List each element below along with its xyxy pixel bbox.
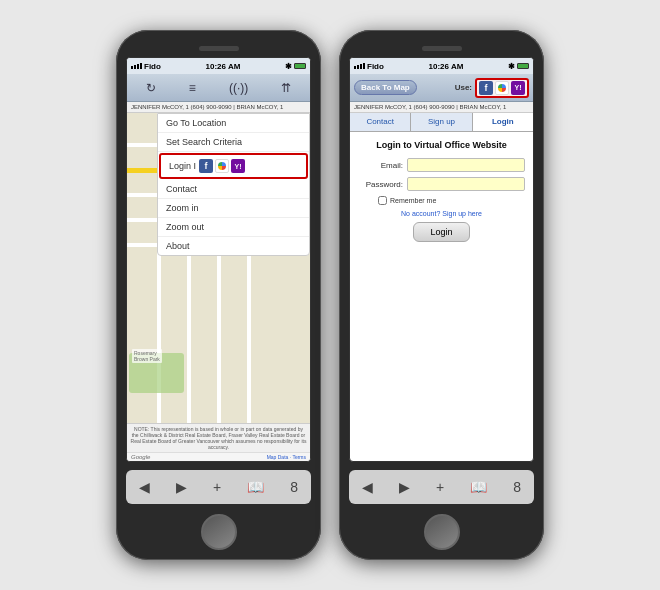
plus-btn-2[interactable]: + [436,479,444,495]
login-icons: f Y! [199,159,245,173]
menu-contact[interactable]: Contact [158,180,309,199]
forward-btn-1[interactable]: ▶ [176,479,187,495]
wifi-icon[interactable]: ((·)) [229,81,248,95]
speaker-1 [199,46,239,51]
dropdown-menu: Go To Location Set Search Criteria Login… [157,113,310,256]
speaker-2 [422,46,462,51]
bluetooth-2: ✱ [508,62,515,71]
time-2: 10:26 AM [429,62,464,71]
tab-bar-2: Contact Sign up Login [350,113,533,132]
back-btn-2[interactable]: ◀ [362,479,373,495]
tab-login[interactable]: Login [473,113,533,131]
address-bar-1: JENNIFER McCOY, 1 (604) 900-9090 | BRIAN… [127,102,310,113]
tab-signup[interactable]: Sign up [411,113,472,131]
login-form: Login to Virtual Office Website Email: P… [350,132,533,250]
use-label: Use: [455,83,472,92]
password-row: Password: [358,177,525,191]
carrier-2: Fido [367,62,384,71]
facebook-icon[interactable]: f [199,159,213,173]
time-1: 10:26 AM [206,62,241,71]
nav-bar-2: Back To Map Use: f Y! [350,74,533,102]
login-submit-btn[interactable]: Login [413,222,469,242]
google-icon-2[interactable] [495,81,509,95]
signal-bars-2 [354,63,365,69]
facebook-icon-2[interactable]: f [479,81,493,95]
password-label: Password: [358,180,403,189]
password-input[interactable] [407,177,525,191]
remember-checkbox[interactable] [378,196,387,205]
use-icons: f Y! [475,78,529,98]
google-dot-2 [498,84,506,92]
yahoo-icon-2[interactable]: Y! [511,81,525,95]
carrier-1: Fido [144,62,161,71]
battery-1 [294,63,306,69]
status-bar-1: Fido 10:26 AM ✱ [127,58,310,74]
tabs-btn-2[interactable]: 8 [513,479,521,495]
map-footer: NOTE: This representation is based in wh… [127,423,310,452]
status-left-1: Fido [131,62,161,71]
email-label: Email: [358,161,403,170]
phone-2-bottom: ◀ ▶ + 📖 8 [349,470,534,550]
back-to-map-btn[interactable]: Back To Map [354,80,417,95]
signup-link[interactable]: No account? Sign up here [358,210,525,217]
menu-login[interactable]: Login I f Y! [159,153,308,179]
google-dot [218,162,226,170]
nav-bar-1: ↻ ≡ ((·)) ⇈ [127,74,310,102]
google-label: Google [131,454,150,460]
expand-icon[interactable]: ⇈ [281,81,291,95]
book-btn-2[interactable]: 📖 [470,479,487,495]
menu-zoom-in[interactable]: Zoom in [158,199,309,218]
email-input[interactable] [407,158,525,172]
tabs-btn-1[interactable]: 8 [290,479,298,495]
book-btn-1[interactable]: 📖 [247,479,264,495]
use-section: Use: f Y! [455,78,529,98]
login-title: Login to Virtual Office Website [358,140,525,150]
phone-2-screen: Fido 10:26 AM ✱ Back To Map Use: f [349,57,534,462]
toolbar-bottom-1: ◀ ▶ + 📖 8 [126,470,311,504]
phone-1-bottom: ◀ ▶ + 📖 8 [126,470,311,550]
login-text: Login I [169,161,196,171]
scene: Fido 10:26 AM ✱ ↻ ≡ ((·)) ⇈ JENNIFER McC… [96,10,564,580]
battery-2 [517,63,529,69]
status-left-2: Fido [354,62,384,71]
bluetooth-1: ✱ [285,62,292,71]
signal-bars-1 [131,63,142,69]
status-right-2: ✱ [508,62,529,71]
refresh-icon[interactable]: ↻ [146,81,156,95]
map-data-link[interactable]: Map Data · Terms [267,454,306,460]
home-button-2[interactable] [424,514,460,550]
address-bar-2: JENNIFER McCOY, 1 (604) 900-9090 | BRIAN… [350,102,533,113]
phone-1-screen: Fido 10:26 AM ✱ ↻ ≡ ((·)) ⇈ JENNIFER McC… [126,57,311,462]
map-area-1: RosemaryBrown Park ● ● ● Go To Location … [127,113,310,423]
forward-btn-2[interactable]: ▶ [399,479,410,495]
phone-2: Fido 10:26 AM ✱ Back To Map Use: f [339,30,544,560]
phone-1: Fido 10:26 AM ✱ ↻ ≡ ((·)) ⇈ JENNIFER McC… [116,30,321,560]
plus-btn-1[interactable]: + [213,479,221,495]
park-label: RosemaryBrown Park [132,349,162,363]
phone-1-top [124,40,313,57]
email-row: Email: [358,158,525,172]
toolbar-bottom-2: ◀ ▶ + 📖 8 [349,470,534,504]
status-right-1: ✱ [285,62,306,71]
list-icon[interactable]: ≡ [189,81,196,95]
tab-contact[interactable]: Contact [350,113,411,131]
google-icon[interactable] [215,159,229,173]
menu-about[interactable]: About [158,237,309,255]
remember-row: Remember me [358,196,525,205]
status-bar-2: Fido 10:26 AM ✱ [350,58,533,74]
remember-label: Remember me [390,197,436,204]
phone-2-top [347,40,536,57]
yahoo-icon[interactable]: Y! [231,159,245,173]
menu-set-search[interactable]: Set Search Criteria [158,133,309,152]
menu-zoom-out[interactable]: Zoom out [158,218,309,237]
menu-go-to-location[interactable]: Go To Location [158,114,309,133]
home-button-1[interactable] [201,514,237,550]
back-btn-1[interactable]: ◀ [139,479,150,495]
google-footer: Google Map Data · Terms [127,452,310,461]
